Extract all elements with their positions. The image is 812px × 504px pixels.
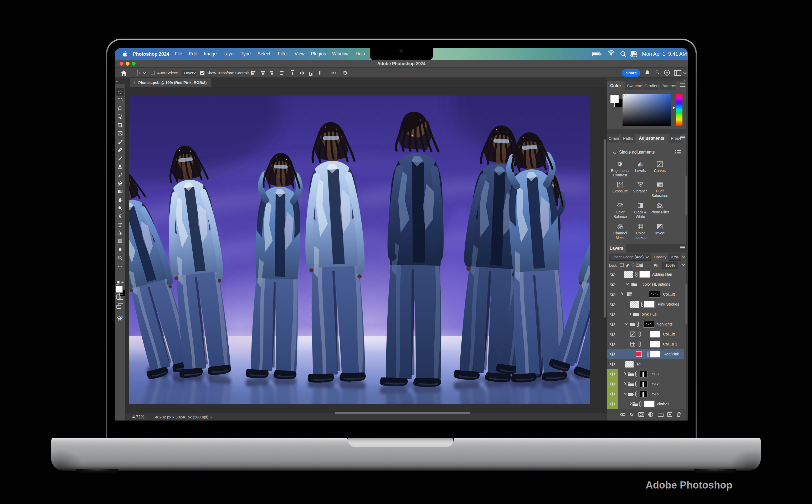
- svg-text:fx: fx: [630, 412, 634, 417]
